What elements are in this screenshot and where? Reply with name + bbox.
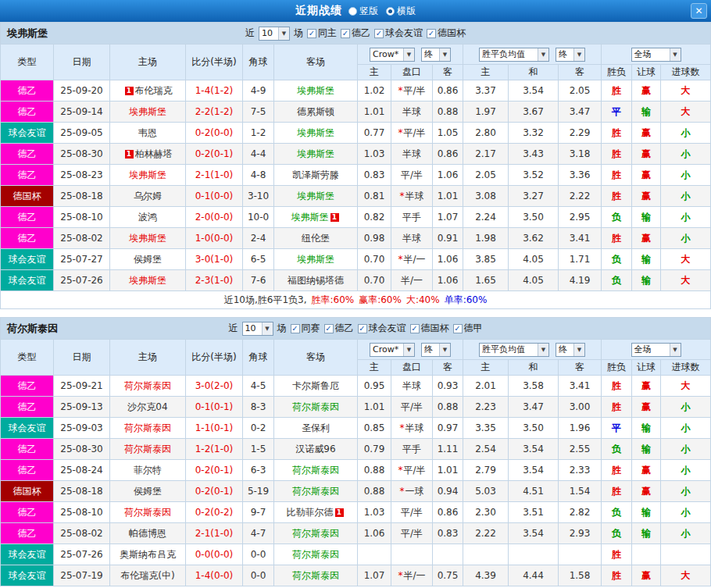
avg-value: 3.35 xyxy=(463,418,509,439)
match-row: 球会友谊25-09-05韦恩0-2(0-0)1-2埃弗斯堡0.77*平/半1.0… xyxy=(1,123,711,144)
avg-stage-select[interactable]: 终▼ xyxy=(556,343,585,357)
radio-icon xyxy=(386,7,395,16)
league-badge: 球会友谊 xyxy=(1,249,54,270)
col-header-home: 主场 xyxy=(110,45,186,80)
team-cell: 荷尔斯泰因 xyxy=(274,397,358,418)
filter-checkbox[interactable]: ✓德国杯 xyxy=(410,322,449,335)
avg-value: 3.50 xyxy=(509,207,559,228)
score: 0-1(0-0) xyxy=(186,186,243,207)
section-header: 埃弗斯堡近10▼场✓同主✓德乙✓球会友谊✓德国杯 xyxy=(0,22,711,44)
result-goals: 小 xyxy=(661,186,711,207)
avg-value: 2.01 xyxy=(463,376,509,397)
result-goals: 小 xyxy=(661,165,711,186)
sub-header: 进球数 xyxy=(661,360,711,376)
match-count-select[interactable]: 10▼ xyxy=(259,27,290,41)
match-date: 25-08-24 xyxy=(54,460,110,481)
filter-checkbox[interactable]: ✓球会友谊 xyxy=(374,27,423,40)
avg-value: 2.05 xyxy=(559,80,602,102)
dropdown-arrow-icon: ▼ xyxy=(538,344,548,356)
odds-value: 1.05 xyxy=(433,123,463,144)
stat-rate: 胜率:60% xyxy=(311,294,354,307)
avg-select[interactable]: 胜平负均值▼ xyxy=(479,343,549,357)
handicap-value: *一球 xyxy=(391,481,433,502)
odds-value: 1.06 xyxy=(358,523,391,544)
result-wdl: 胜 xyxy=(602,123,632,144)
red-card-badge: 1 xyxy=(330,213,339,222)
result-wdl: 胜 xyxy=(602,565,632,586)
avg-value: 2.30 xyxy=(463,502,509,523)
result-wdl: 负 xyxy=(602,523,632,544)
scope-select[interactable]: 全场▼ xyxy=(631,48,681,62)
avg-value: 2.22 xyxy=(463,523,509,544)
team-cell: 侯姆堡 xyxy=(110,249,186,270)
odds-value: 1.01 xyxy=(433,186,463,207)
avg-stage-select[interactable]: 终▼ xyxy=(556,48,585,62)
sections-container: 埃弗斯堡近10▼场✓同主✓德乙✓球会友谊✓德国杯类型日期主场比分(半场)角球客场… xyxy=(0,22,711,586)
match-row: 德乙25-09-201布伦瑞克1-4(1-2)4-9埃弗斯堡1.02*平/半0.… xyxy=(1,80,711,102)
corners: 7-6 xyxy=(243,270,274,291)
avg-value: 4.05 xyxy=(509,249,559,270)
result-goals: 小 xyxy=(661,460,711,481)
col-header-type: 类型 xyxy=(1,340,54,376)
league-badge: 球会友谊 xyxy=(1,565,54,586)
avg-value: 2.33 xyxy=(559,460,602,481)
filter-bar: 近10▼场✓同主✓德乙✓球会友谊✓德国杯 xyxy=(1,27,710,41)
team-cell: 乌尔姆 xyxy=(110,186,186,207)
result-header-group: 全场▼ xyxy=(602,45,711,65)
team-link: 福图纳锡塔德 xyxy=(288,275,344,286)
result-goals: 大 xyxy=(661,376,711,397)
handicap-value: 平/半 xyxy=(391,397,433,418)
odds-value: 0.97 xyxy=(433,418,463,439)
team-link: 奥斯纳布吕克 xyxy=(120,549,176,560)
team-link: 荷尔斯泰因 xyxy=(124,507,171,518)
match-row: 德国杯25-08-18侯姆堡0-2(0-1)5-19荷尔斯泰因0.88*一球0.… xyxy=(1,481,711,502)
layout-radio-vertical[interactable]: 竖版 xyxy=(348,5,378,18)
odds-value: 1.06 xyxy=(433,249,463,270)
team-cell: 德累斯顿 xyxy=(274,102,358,123)
filter-checkbox[interactable]: ✓同赛 xyxy=(291,322,320,335)
team-link: 侯姆堡 xyxy=(134,486,162,497)
odds-value: 0.88 xyxy=(433,397,463,418)
team-cell: 菲尔特 xyxy=(110,460,186,481)
match-count-select[interactable]: 10▼ xyxy=(242,322,273,336)
handicap-value: 半球 xyxy=(391,376,433,397)
scope-select[interactable]: 全场▼ xyxy=(631,343,681,357)
filter-checkbox[interactable]: ✓球会友谊 xyxy=(358,322,406,335)
filter-checkbox[interactable]: ✓德乙 xyxy=(341,27,370,40)
filter-checkbox[interactable]: ✓德乙 xyxy=(324,322,354,335)
avg-value: 3.50 xyxy=(509,418,559,439)
result-goals: 小 xyxy=(661,523,711,544)
avg-value: 3.08 xyxy=(463,186,509,207)
result-header-group: 全场▼ xyxy=(602,340,711,360)
team-cell: 埃弗斯堡 xyxy=(110,102,186,123)
odds-value xyxy=(433,544,463,565)
odds-company-select[interactable]: Crow*▼ xyxy=(370,48,415,62)
corners: 6-3 xyxy=(243,460,274,481)
handicap-value: 平/半 xyxy=(391,502,433,523)
filter-checkbox[interactable]: ✓德国杯 xyxy=(427,27,466,40)
odds-stage-select[interactable]: 终▼ xyxy=(421,48,451,62)
odds-value: 1.03 xyxy=(358,502,391,523)
avg-value xyxy=(509,544,559,565)
avg-header-group: 胜平负均值▼终▼ xyxy=(463,340,602,360)
handicap-value: *半/一 xyxy=(391,249,433,270)
avg-value: 2.05 xyxy=(463,165,509,186)
avg-select[interactable]: 胜平负均值▼ xyxy=(479,48,549,62)
result-handicap: 赢 xyxy=(632,186,661,207)
result-handicap: 赢 xyxy=(632,565,661,586)
layout-radio-horizontal[interactable]: 横版 xyxy=(386,5,416,18)
odds-value: 0.88 xyxy=(358,460,391,481)
raised-odds-star: * xyxy=(398,465,402,476)
match-row: 德乙25-08-10波鸿2-0(0-0)10-0埃弗斯堡10.82平手1.072… xyxy=(1,207,711,228)
score: 2-1(1-0) xyxy=(186,523,243,544)
filter-checkbox[interactable]: ✓德甲 xyxy=(453,322,483,335)
filter-checkbox[interactable]: ✓同主 xyxy=(307,27,337,40)
match-row: 德乙25-08-30荷尔斯泰因1-2(1-0)1-5汉诺威960.79平手1.1… xyxy=(1,439,711,460)
odds-company-select[interactable]: Crow*▼ xyxy=(370,343,415,357)
dropdown-arrow-icon: ▼ xyxy=(573,48,584,61)
sub-header: 胜负 xyxy=(602,65,632,80)
odds-stage-select[interactable]: 终▼ xyxy=(421,343,451,357)
result-handicap xyxy=(632,544,661,565)
close-button[interactable]: ✕ xyxy=(691,3,707,19)
team-cell: 沙尔克04 xyxy=(110,397,186,418)
